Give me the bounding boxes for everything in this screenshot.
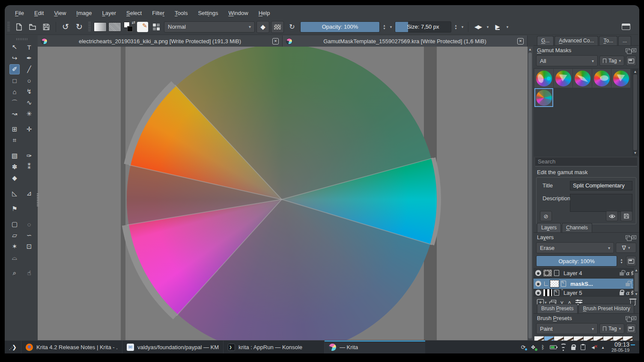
ellipse-tool[interactable]: ○ [24, 75, 34, 86]
battery-tray-icon[interactable] [550, 345, 557, 349]
freehand-brush-tool[interactable]: ✐ [9, 64, 20, 74]
scrollbar-up-arrow[interactable]: ▲ [632, 70, 638, 74]
update-tray-icon[interactable]: ⟳ [520, 344, 526, 350]
docker-tab-advanced-co-[interactable]: Advanced Co... [555, 36, 598, 45]
menu-settings[interactable]: Settings [193, 8, 223, 18]
opacity-options-arrow[interactable]: ▾ [389, 25, 393, 29]
gamut-search-input[interactable]: Search [535, 157, 637, 166]
layer-visibility-toggle[interactable] [535, 290, 541, 296]
task-button-kmail[interactable]: ✉valdyas/foundation/paypal — KM... [122, 341, 223, 353]
gradient-tool[interactable]: ▧ [9, 151, 20, 161]
background-color-swatch[interactable] [127, 26, 133, 32]
menu-select[interactable]: Select [122, 8, 146, 18]
bezier-curve-tool[interactable]: ⌒ [9, 98, 20, 108]
brush-tab-brush-presets[interactable]: Brush Presets [537, 304, 578, 313]
calligraphy-tool[interactable]: ✒ [24, 53, 34, 63]
mirror-horizontal-arrow[interactable]: ▾ [486, 25, 490, 29]
save-button[interactable] [40, 21, 52, 33]
zoom-tool[interactable]: ⌕ [9, 268, 20, 278]
cancel-mask-edit-button[interactable]: ⊘ [540, 211, 552, 221]
float-docker-icon[interactable] [626, 235, 630, 239]
toolbar-grip-2[interactable] [88, 22, 91, 32]
smart-patch-tool[interactable]: ⁑ [24, 162, 34, 172]
open-document-button[interactable] [27, 21, 39, 33]
reference-images-tool[interactable]: ⚑ [9, 204, 20, 214]
similar-select-tool[interactable]: ⊡ [24, 241, 34, 252]
layer-row[interactable]: Layer 4α [534, 268, 639, 279]
size-spinner[interactable]: ▴▾ [453, 21, 459, 33]
freehand-path-tool[interactable]: ∿ [24, 98, 34, 108]
choose-brush-preset-button[interactable] [150, 21, 162, 33]
move-tool[interactable]: ✛ [24, 124, 34, 134]
colorize-mask-tool[interactable]: ✽ [9, 162, 20, 172]
layer-list-scrollbar[interactable]: ▲▼ [633, 268, 639, 297]
reload-preset-button[interactable]: ↻ [286, 21, 298, 33]
new-document-button[interactable] [13, 21, 25, 33]
clipboard-tray-icon[interactable] [580, 344, 586, 350]
layer-row[interactable]: maskS...α [534, 279, 639, 289]
float-docker-icon[interactable] [626, 316, 630, 320]
mask-split-complementary[interactable] [534, 88, 553, 107]
close-tab-button[interactable]: ✕ [517, 38, 524, 45]
edit-shapes-tool[interactable]: ↪ [9, 53, 20, 63]
brush-filter-combo[interactable]: Paint ▾ [536, 323, 598, 334]
close-docker-icon[interactable] [632, 316, 636, 320]
crop-tool[interactable]: ⌗ [9, 135, 20, 145]
layer-lock-toggle[interactable] [626, 283, 630, 286]
preview-mask-button[interactable] [606, 211, 618, 221]
menu-image[interactable]: Image [72, 8, 96, 18]
scrollbar-up-arrow[interactable]: ▲ [634, 268, 639, 272]
lock-tray-icon[interactable] [570, 344, 576, 350]
menu-edit[interactable]: Edit [30, 8, 48, 18]
wifi-tray-icon[interactable] [561, 344, 566, 351]
swap-colors-icon[interactable]: ⇄ [132, 20, 135, 25]
gradient-chooser-button[interactable] [94, 21, 107, 33]
layer-lock-toggle[interactable] [620, 272, 624, 276]
layers-tab-layers[interactable]: Layers [537, 223, 561, 232]
application-launcher-button[interactable]: ⋰❯ [5, 341, 21, 353]
gamut-tag-button[interactable]: Tag ▾ [599, 56, 624, 66]
docker-tab--[interactable]: ... [618, 36, 631, 45]
scrollbar-up-arrow[interactable]: ▲ [528, 47, 533, 51]
close-docker-icon[interactable] [632, 48, 636, 52]
float-docker-icon[interactable] [626, 48, 630, 52]
mask-triangle-2[interactable] [611, 69, 630, 88]
task-button-konsole[interactable]: ❯krita : AppRun — Konsole [223, 341, 324, 353]
menu-view[interactable]: View [49, 8, 71, 18]
gamut-filter-combo[interactable]: All ▾ [536, 55, 598, 66]
mask-lens[interactable] [573, 69, 592, 88]
volume-muted-tray-icon[interactable]: ◄✕ [590, 344, 596, 350]
foreground-background-color[interactable]: ⇄ [123, 21, 135, 33]
docker-tab-to-[interactable]: To... [599, 36, 617, 45]
eraser-mode-button[interactable]: ◆ [256, 21, 269, 33]
layer-filter-button[interactable]: ∇ ▾ [616, 243, 636, 253]
alpha-lock-toggle[interactable]: α [626, 270, 629, 276]
description-field-input[interactable] [570, 194, 632, 212]
workspace-chooser-button[interactable] [620, 21, 632, 33]
opacity-spinner[interactable]: ▴▾ [382, 21, 387, 33]
scrollbar-thumb[interactable] [528, 53, 532, 338]
edit-brush-settings-button[interactable]: ✎ [137, 21, 149, 33]
scrollbar-thumb[interactable] [635, 273, 638, 291]
pan-tool[interactable]: ☝ [24, 268, 34, 278]
docker-tab-g-[interactable]: G... [537, 36, 554, 45]
layer-blend-mode-combo[interactable]: Erase ▾ [536, 242, 614, 253]
mirror-vertical-button[interactable]: ▶ [492, 21, 504, 33]
menu-help[interactable]: Help [254, 8, 275, 18]
size-slider[interactable]: Size: 7,50 px [395, 21, 451, 33]
pattern-chooser-button[interactable] [108, 21, 121, 33]
layer-view-options-button[interactable] [626, 256, 636, 266]
layer-lock-toggle[interactable] [620, 292, 624, 295]
mirror-vertical-arrow[interactable]: ▾ [505, 25, 510, 29]
brush-display-button[interactable] [626, 323, 636, 334]
polygon-tool[interactable]: ⌂ [9, 86, 20, 97]
document-tab[interactable]: GamutMaskTemplate_1559027569.kra [Write … [283, 36, 528, 47]
color-sampler-tool[interactable]: ✑ [24, 151, 34, 161]
menu-filter[interactable]: Filter [147, 8, 169, 18]
bezier-select-tool[interactable]: ⌓ [9, 252, 20, 263]
menu-window[interactable]: Window [224, 8, 253, 18]
multibrush-tool[interactable]: ✳ [24, 109, 34, 119]
menu-file[interactable]: File [10, 8, 29, 18]
layer-opacity-slider[interactable]: Opacity: 100% [536, 255, 617, 267]
transform-tool[interactable]: ⊞ [9, 124, 20, 134]
